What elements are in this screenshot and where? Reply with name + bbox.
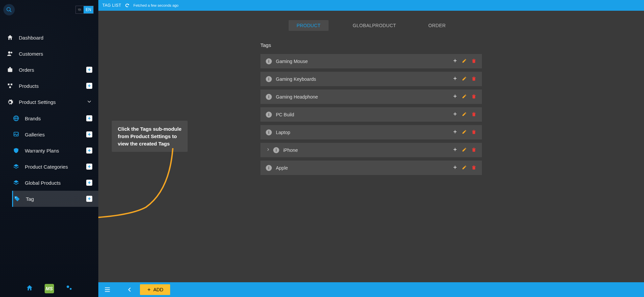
globe-icon bbox=[12, 115, 20, 122]
tags-section: Tags iGaming MouseiGaming KeyboardsiGami… bbox=[260, 42, 482, 178]
settings-icon[interactable] bbox=[65, 284, 73, 293]
tag-row[interactable]: iGaming Mouse bbox=[260, 54, 482, 68]
edit-button[interactable] bbox=[462, 76, 467, 82]
tag-row[interactable]: iiPhone bbox=[260, 143, 482, 157]
tag-row[interactable]: iApple bbox=[260, 161, 482, 175]
tag-row[interactable]: iPC Build bbox=[260, 107, 482, 122]
sidebar-item-label: Brands bbox=[25, 116, 41, 121]
back-icon[interactable] bbox=[126, 286, 133, 293]
lang-bn[interactable]: বাং bbox=[76, 6, 84, 13]
sidebar-top: বাং EN bbox=[0, 0, 98, 19]
gallery-icon bbox=[12, 131, 20, 138]
add-child-button[interactable] bbox=[452, 94, 458, 100]
tag-label: iPhone bbox=[283, 147, 298, 153]
sidebar-item-customers[interactable]: Customers bbox=[0, 46, 98, 62]
add-child-button[interactable] bbox=[452, 147, 458, 153]
add-child-button[interactable] bbox=[452, 129, 458, 135]
edit-button[interactable] bbox=[462, 94, 467, 100]
content: PRODUCT GLOBALPRODUCT ORDER Tags iGaming… bbox=[98, 11, 644, 282]
info-icon[interactable]: i bbox=[266, 129, 272, 135]
info-icon[interactable]: i bbox=[266, 112, 272, 118]
delete-button[interactable] bbox=[471, 129, 477, 135]
delete-button[interactable] bbox=[471, 94, 477, 100]
arrow-annotation bbox=[98, 147, 176, 224]
tab-order[interactable]: ORDER bbox=[420, 20, 454, 31]
add-child-button[interactable] bbox=[452, 58, 458, 64]
section-heading: Tags bbox=[260, 42, 482, 48]
sidebar-item-label: Product Categories bbox=[25, 164, 68, 170]
svg-point-15 bbox=[66, 286, 69, 288]
sidebar-item-label: Tag bbox=[26, 196, 34, 202]
delete-button[interactable] bbox=[471, 58, 477, 64]
tab-globalproduct[interactable]: GLOBALPRODUCT bbox=[345, 20, 404, 31]
sidebar-item-warranty-plans[interactable]: Warranty Plans + bbox=[12, 142, 98, 159]
add-button[interactable]: ADD bbox=[140, 284, 170, 295]
tag-row[interactable]: iLaptop bbox=[260, 125, 482, 139]
svg-rect-5 bbox=[8, 83, 9, 85]
add-button-label: ADD bbox=[153, 287, 163, 292]
add-order-button[interactable]: + bbox=[86, 67, 92, 73]
sidebar-item-label: Orders bbox=[19, 67, 34, 73]
sidebar-item-global-products[interactable]: Global Products + bbox=[12, 175, 98, 191]
edit-button[interactable] bbox=[462, 129, 467, 135]
add-product-button[interactable]: + bbox=[86, 83, 92, 89]
sidebar-item-galleries[interactable]: Galleries + bbox=[12, 126, 98, 142]
tabs: PRODUCT GLOBALPRODUCT ORDER bbox=[289, 20, 454, 31]
sidebar-item-product-settings[interactable]: Product Settings bbox=[0, 94, 98, 110]
add-brand-button[interactable]: + bbox=[86, 115, 92, 121]
add-child-button[interactable] bbox=[452, 165, 458, 171]
tab-product[interactable]: PRODUCT bbox=[289, 20, 329, 31]
add-global-product-button[interactable]: + bbox=[86, 180, 92, 186]
info-icon[interactable]: i bbox=[266, 94, 272, 100]
tooltip: Click the Tags sub-module from Product S… bbox=[112, 121, 188, 152]
edit-button[interactable] bbox=[462, 147, 467, 153]
add-child-button[interactable] bbox=[452, 111, 458, 118]
search-button[interactable] bbox=[3, 4, 15, 15]
info-icon[interactable]: i bbox=[266, 58, 272, 64]
edit-button[interactable] bbox=[462, 165, 467, 171]
menu-icon[interactable] bbox=[104, 286, 111, 293]
chevron-down-icon bbox=[86, 99, 92, 106]
ms-badge[interactable]: MS bbox=[45, 284, 54, 293]
sidebar-item-dashboard[interactable]: Dashboard bbox=[0, 29, 98, 46]
tag-row[interactable]: iGaming Keyboards bbox=[260, 72, 482, 86]
delete-button[interactable] bbox=[471, 147, 477, 153]
tag-row[interactable]: iGaming Headphone bbox=[260, 90, 482, 104]
tag-label: Gaming Mouse bbox=[276, 59, 308, 64]
topbar: TAG LIST Fetched a few seconds ago bbox=[98, 0, 644, 11]
sidebar-item-label: Product Settings bbox=[19, 99, 56, 105]
sidebar-item-tag[interactable]: Tag + bbox=[12, 191, 98, 207]
orders-icon bbox=[6, 66, 14, 73]
sidebar-item-orders[interactable]: Orders + bbox=[0, 62, 98, 78]
home-icon[interactable] bbox=[26, 284, 33, 293]
add-child-button[interactable] bbox=[452, 76, 458, 82]
sidebar-bottom: MS bbox=[0, 280, 98, 297]
sidebar-item-products[interactable]: Products + bbox=[0, 78, 98, 94]
svg-point-2 bbox=[8, 51, 10, 54]
info-icon[interactable]: i bbox=[273, 147, 279, 153]
edit-button[interactable] bbox=[462, 111, 467, 118]
info-icon[interactable]: i bbox=[266, 165, 272, 171]
delete-button[interactable] bbox=[471, 165, 477, 171]
add-category-button[interactable]: + bbox=[86, 164, 92, 170]
sidebar-item-product-categories[interactable]: Product Categories + bbox=[12, 159, 98, 175]
tag-icon bbox=[13, 195, 21, 202]
refresh-icon[interactable] bbox=[125, 3, 130, 8]
delete-button[interactable] bbox=[471, 111, 477, 118]
lang-en[interactable]: EN bbox=[84, 6, 93, 13]
sidebar-item-label: Warranty Plans bbox=[25, 148, 59, 154]
edit-button[interactable] bbox=[462, 58, 467, 64]
chevron-right-icon[interactable] bbox=[266, 147, 270, 153]
sidebar-item-brands[interactable]: Brands + bbox=[12, 110, 98, 126]
delete-button[interactable] bbox=[471, 76, 477, 82]
layers-icon bbox=[12, 163, 20, 170]
sidebar-nav: Dashboard Customers Orders + Products + … bbox=[0, 19, 98, 280]
svg-marker-13 bbox=[14, 180, 19, 183]
svg-rect-4 bbox=[8, 68, 12, 72]
svg-marker-12 bbox=[14, 164, 19, 167]
add-gallery-button[interactable]: + bbox=[86, 131, 92, 137]
add-warranty-button[interactable]: + bbox=[86, 147, 92, 154]
add-tag-button[interactable]: + bbox=[86, 196, 92, 202]
fetch-status: Fetched a few seconds ago bbox=[133, 3, 179, 7]
info-icon[interactable]: i bbox=[266, 76, 272, 82]
